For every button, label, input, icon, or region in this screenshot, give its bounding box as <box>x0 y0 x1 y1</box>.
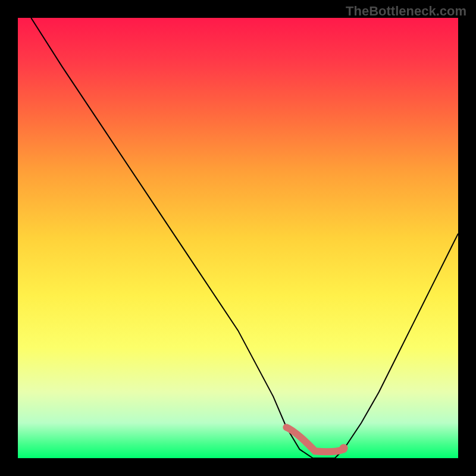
chart-svg <box>18 18 458 458</box>
flat-region-highlight <box>286 427 343 452</box>
bottleneck-curve <box>31 18 458 458</box>
flat-region-end-dot <box>340 444 348 452</box>
plot-area <box>18 18 458 458</box>
watermark-text: TheBottleneck.com <box>346 4 466 19</box>
